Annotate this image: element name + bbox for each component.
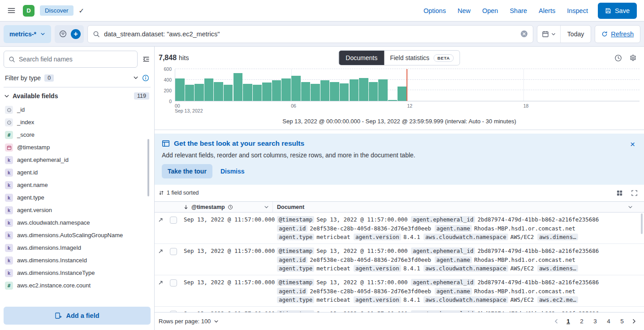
field-item[interactable]: #aws.ec2.instance.core.count [4,279,150,292]
filter-by-type[interactable]: Filter by type 0 [4,69,151,87]
document-column-header[interactable]: Document [273,202,644,212]
field-item[interactable]: kaws.dimensions.InstanceId [4,254,150,267]
field-item[interactable]: kaws.dimensions.InstanceType [4,267,150,279]
take-tour-button[interactable]: Take the tour [162,164,212,178]
field-badge: aws.dimens… [537,265,578,272]
field-item[interactable]: kagent.version [4,204,150,217]
histogram-bar[interactable] [204,78,214,101]
expand-row-button[interactable] [157,311,164,312]
histogram-bar[interactable] [320,80,330,101]
fullscreen-button[interactable] [631,190,638,196]
table-scrollbar[interactable] [641,213,643,234]
tab-documents[interactable]: Documents [339,51,384,65]
field-item[interactable]: kaws.cloudwatch.namespace [4,217,150,229]
row-checkbox[interactable] [170,311,177,312]
collapse-sidebar-icon [143,56,150,63]
histogram-bar[interactable] [281,78,291,101]
histogram-bar[interactable] [359,78,368,101]
histogram-bar[interactable] [301,82,311,101]
field-item[interactable]: #_score [4,129,150,141]
histogram-bar[interactable] [378,79,388,101]
clear-query-button[interactable] [520,30,528,38]
histogram-bar[interactable] [388,100,398,101]
histogram-bar[interactable] [272,80,281,101]
histogram-bar[interactable] [175,78,185,101]
histogram-bar[interactable] [340,83,349,101]
breadcrumb-discover[interactable]: Discover [40,5,73,16]
row-checkbox[interactable] [170,217,177,224]
histogram-bar[interactable] [214,82,223,101]
sidebar-scrollbar[interactable] [147,139,149,196]
sorted-fields-button[interactable]: 1 field sorted [159,190,199,196]
nav-link-new[interactable]: New [458,7,471,14]
column-actions-button[interactable] [627,204,634,209]
field-search-input[interactable] [19,56,133,63]
page-button-5[interactable]: 5 [617,316,627,327]
date-picker-button[interactable] [537,26,561,43]
checkbox-cell [166,247,181,275]
field-item[interactable]: kaws.dimensions.ImageId [4,242,150,254]
tab-field-statistics[interactable]: Field statistics BETA [384,51,459,65]
available-fields-header[interactable]: Available fields 119 [4,87,151,103]
nav-link-options[interactable]: Options [424,7,446,14]
field-item[interactable]: kagent.name [4,179,150,191]
close-callout-button[interactable]: × [627,138,639,151]
histogram-bar[interactable] [330,82,339,101]
histogram-bar[interactable] [311,84,320,101]
hamburger-menu-button[interactable] [5,4,17,17]
saved-query-button[interactable] [58,29,68,39]
histogram-bar[interactable] [291,76,301,101]
rows-per-page-button[interactable]: Rows per page: 100 [159,318,219,325]
expand-row-button[interactable] [157,217,164,223]
field-item[interactable]: @timestamp [4,141,150,154]
space-avatar[interactable]: D [23,5,35,17]
page-button-4[interactable]: 4 [603,316,614,327]
page-button-2[interactable]: 2 [576,316,587,327]
histogram-bar[interactable] [398,87,407,101]
query-input[interactable] [104,30,516,38]
histogram-bar[interactable] [350,79,359,101]
timestamp-column-header[interactable]: @timestamp [181,202,273,212]
date-range-label[interactable]: Today [561,30,591,38]
field-item[interactable]: kagent.type [4,191,150,204]
field-filter-info-button[interactable] [142,74,149,82]
add-filter-button[interactable]: + [71,29,81,39]
save-button[interactable]: Save [598,3,637,19]
chart-options-button[interactable] [614,54,622,62]
histogram-bar[interactable] [369,82,378,101]
collapse-sidebar-button[interactable] [142,55,151,64]
refresh-button[interactable]: Refresh [595,25,640,43]
field-item[interactable]: kaws.dimensions.AutoScalingGroupName [4,229,150,242]
nav-link-alerts[interactable]: Alerts [539,7,555,14]
dismiss-button[interactable]: Dismiss [220,168,245,175]
y-axis-label: 0 [169,99,172,104]
add-field-button[interactable]: Add a field [4,307,151,325]
column-actions-button[interactable] [263,204,270,209]
nav-link-open[interactable]: Open [482,7,498,14]
page-button-1[interactable]: 1 [563,316,574,327]
nav-link-inspect[interactable]: Inspect [567,7,588,14]
expand-row-button[interactable] [157,279,164,286]
field-item[interactable]: _id [4,104,150,116]
display-options-button[interactable] [616,190,623,196]
histogram-bar[interactable] [224,85,233,101]
next-page-button[interactable] [630,317,638,325]
previous-page-button[interactable] [553,317,560,325]
histogram-bar[interactable] [253,85,262,101]
histogram-bar[interactable] [243,84,252,101]
field-item[interactable]: _index [4,116,150,129]
data-view-picker[interactable]: metrics-* [4,25,51,43]
histogram-bar[interactable] [262,82,272,101]
page-button-3[interactable]: 3 [590,316,601,327]
field-item[interactable]: kagent.ephemeral_id [4,154,150,166]
row-checkbox[interactable] [170,248,177,255]
histogram-bar[interactable] [185,85,194,101]
field-item[interactable]: kagent.id [4,166,150,179]
nav-link-share[interactable]: Share [510,7,527,14]
settings-button[interactable] [629,54,637,62]
field-name: _score [17,131,35,139]
row-checkbox[interactable] [170,279,177,287]
expand-row-button[interactable] [157,248,164,255]
histogram-bar[interactable] [233,73,243,101]
histogram-bar[interactable] [194,84,204,101]
